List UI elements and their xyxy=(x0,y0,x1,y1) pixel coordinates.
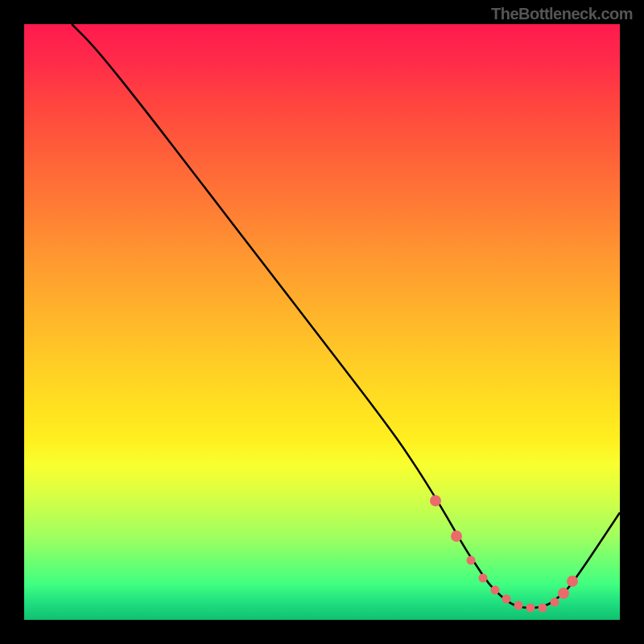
plot-area xyxy=(24,24,620,620)
bottleneck-curve xyxy=(72,24,620,608)
marker-dot xyxy=(526,604,535,613)
marker-dot xyxy=(567,576,578,587)
marker-dot xyxy=(514,601,523,609)
marker-dot xyxy=(430,495,441,506)
marker-dot xyxy=(502,595,511,604)
curve-svg xyxy=(24,24,620,620)
marker-dot xyxy=(451,530,462,542)
watermark-text: TheBottleneck.com xyxy=(491,5,633,23)
marker-dot xyxy=(538,604,547,613)
marker-dot xyxy=(558,588,569,599)
marker-dot xyxy=(490,586,499,595)
marker-dot xyxy=(550,597,559,606)
marker-dot xyxy=(467,556,476,565)
marker-dot xyxy=(478,574,487,583)
